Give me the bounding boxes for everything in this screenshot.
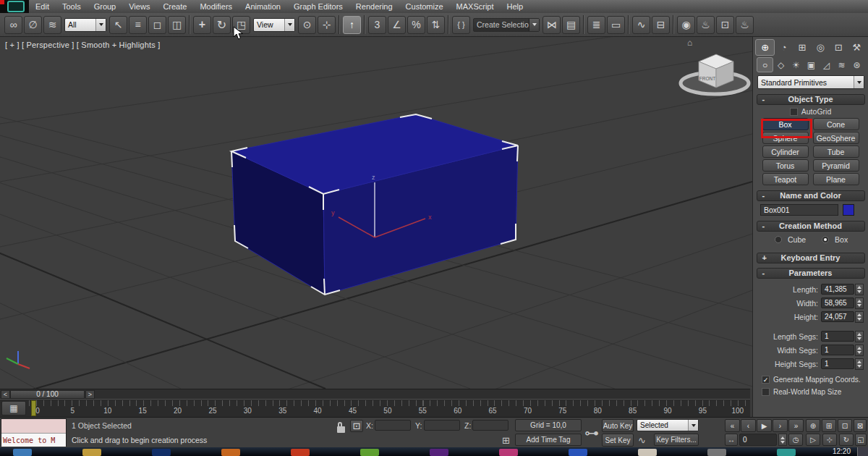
show-desktop-button[interactable] bbox=[857, 447, 868, 456]
taskbar-app-icon[interactable] bbox=[221, 449, 240, 456]
viewcube-front-label[interactable]: FRONT bbox=[699, 76, 715, 81]
edit-named-selection-sets-icon[interactable]: { } bbox=[452, 16, 470, 34]
dropdown-arrow-icon[interactable] bbox=[854, 76, 864, 88]
rendered-frame-window-icon[interactable]: ⊡ bbox=[716, 16, 734, 34]
menu-views[interactable]: Views bbox=[122, 1, 156, 13]
previous-frame-button[interactable]: < bbox=[1, 390, 10, 399]
height-spinner[interactable] bbox=[855, 311, 864, 323]
space-warps-category-icon[interactable]: ≋ bbox=[834, 58, 849, 72]
maximize-viewport-icon[interactable]: ◱ bbox=[855, 434, 867, 446]
utilities-tab-icon[interactable]: ⚒ bbox=[848, 40, 866, 55]
named-selection-set-dropdown[interactable]: Create Selection Se bbox=[473, 18, 540, 32]
parameters-rollout-header[interactable]: - Parameters bbox=[757, 268, 865, 279]
absolute-mode-icon[interactable]: ⊡ bbox=[350, 420, 363, 432]
viewport-label[interactable]: [ + ] [ Perspective ] [ Smooth + Highlig… bbox=[5, 41, 160, 49]
select-and-rotate-icon[interactable]: ↻ bbox=[213, 16, 231, 34]
spinner-snap-icon[interactable]: ⇅ bbox=[427, 16, 445, 34]
object-color-swatch[interactable] bbox=[843, 204, 854, 216]
generate-mapping-coords-checkbox[interactable]: ✓ bbox=[762, 376, 770, 384]
box-radio[interactable] bbox=[822, 236, 829, 243]
key-filters-button[interactable]: Key Filters... bbox=[654, 434, 699, 446]
length-segs-spinner[interactable] bbox=[855, 331, 864, 342]
height-input[interactable]: 24,057 bbox=[821, 311, 854, 322]
taskbar-app-icon[interactable] bbox=[499, 449, 518, 456]
taskbar-app-icon[interactable] bbox=[430, 449, 448, 456]
dropdown-arrow-icon[interactable] bbox=[95, 19, 106, 31]
selection-filter-dropdown[interactable]: All bbox=[64, 18, 106, 32]
schematic-view-icon[interactable]: ⊟ bbox=[652, 16, 670, 34]
taskbar-clock[interactable]: 12:20 bbox=[833, 447, 851, 455]
zoom-icon[interactable]: ⊕ bbox=[806, 419, 820, 432]
time-slider-handle[interactable]: 0 / 100 bbox=[10, 390, 85, 399]
go-to-start-icon[interactable]: « bbox=[725, 419, 740, 432]
set-key-button[interactable]: Set Key bbox=[602, 434, 634, 447]
torus-button[interactable]: Torus bbox=[762, 159, 809, 172]
taskbar-app-icon[interactable] bbox=[777, 449, 796, 456]
current-frame-input[interactable]: 0 bbox=[739, 434, 777, 446]
frame-spinner[interactable] bbox=[778, 434, 787, 446]
menu-customize[interactable]: Customize bbox=[399, 1, 450, 13]
menu-group[interactable]: Group bbox=[88, 1, 123, 13]
taskbar-app-icon[interactable] bbox=[569, 449, 587, 456]
add-time-tag-icon[interactable]: ⊞ bbox=[502, 435, 510, 446]
go-to-end-icon[interactable]: » bbox=[788, 419, 804, 432]
add-time-tag-button[interactable]: Add Time Tag bbox=[515, 434, 582, 446]
cameras-category-icon[interactable]: ▣ bbox=[804, 58, 819, 72]
taskbar-app-icon[interactable] bbox=[152, 449, 171, 456]
taskbar-app-icon[interactable] bbox=[707, 449, 726, 456]
menu-edit[interactable]: Edit bbox=[29, 1, 56, 13]
listener-output[interactable]: Welcome to M bbox=[1, 434, 66, 447]
render-production-icon[interactable]: ♨ bbox=[736, 16, 754, 34]
height-segs-spinner[interactable] bbox=[855, 358, 864, 370]
pyramid-button[interactable]: Pyramid bbox=[813, 159, 859, 172]
menu-modifiers[interactable]: Modifiers bbox=[193, 1, 239, 13]
modify-tab-icon[interactable]: ◔ bbox=[775, 40, 793, 55]
systems-category-icon[interactable]: ⊛ bbox=[849, 58, 864, 72]
mini-curve-editor-icon[interactable]: ▦ bbox=[1, 401, 26, 415]
next-frame-button[interactable]: > bbox=[85, 390, 95, 399]
zoom-all-icon[interactable]: ⊞ bbox=[822, 419, 836, 432]
percent-snap-icon[interactable]: % bbox=[407, 16, 425, 34]
rectangular-selection-region-icon[interactable]: ◻ bbox=[148, 16, 166, 34]
real-world-map-size-checkbox[interactable] bbox=[762, 388, 770, 396]
angle-snap-icon[interactable]: ∠ bbox=[388, 16, 406, 34]
creation-method-rollout-header[interactable]: - Creation Method bbox=[757, 221, 865, 232]
dropdown-arrow-icon[interactable] bbox=[529, 19, 539, 31]
viewcube[interactable]: FRONT bbox=[675, 51, 752, 101]
select-object-icon[interactable]: ↖ bbox=[109, 16, 127, 34]
use-pivot-point-center-icon[interactable]: ⊙ bbox=[298, 16, 316, 34]
time-configuration-icon[interactable]: ◷ bbox=[788, 434, 803, 446]
zoom-extents-all-icon[interactable]: ⊠ bbox=[854, 419, 867, 432]
menu-animation[interactable]: Animation bbox=[239, 1, 287, 13]
name-color-rollout-header[interactable]: - Name and Color bbox=[757, 190, 865, 201]
menu-rendering[interactable]: Rendering bbox=[349, 1, 399, 13]
graphite-modeling-tools-icon[interactable]: ▭ bbox=[607, 16, 625, 34]
viewport-canvas[interactable]: z y x bbox=[0, 37, 752, 389]
geosphere-button[interactable]: GeoSphere bbox=[813, 132, 859, 144]
shapes-category-icon[interactable]: ◇ bbox=[773, 58, 788, 72]
zoom-extents-icon[interactable]: ⊡ bbox=[838, 419, 852, 432]
width-segs-input[interactable]: 1 bbox=[821, 345, 854, 355]
auto-key-button[interactable]: Auto Key bbox=[602, 419, 634, 432]
default-tangent-curve-icon[interactable]: ∿ bbox=[638, 435, 646, 446]
cube-radio[interactable] bbox=[775, 236, 782, 243]
material-editor-icon[interactable]: ◉ bbox=[677, 16, 695, 34]
track-bar[interactable]: ▦ 05 1015 2025 3035 4045 5055 6065 7075 … bbox=[0, 399, 750, 417]
menu-create[interactable]: Create bbox=[156, 1, 193, 13]
bind-to-space-warp-icon[interactable]: ≋ bbox=[43, 16, 61, 34]
width-input[interactable]: 58,965 bbox=[821, 297, 854, 308]
manage-layers-icon[interactable]: ≣ bbox=[587, 16, 605, 34]
perspective-viewport[interactable]: z y x [ + ] [ Perspective ] [ Smooth + H… bbox=[0, 37, 752, 389]
object-name-input[interactable]: Box001 bbox=[760, 204, 838, 216]
mirror-icon[interactable]: ⋈ bbox=[542, 16, 561, 34]
width-spinner[interactable] bbox=[855, 297, 864, 309]
taskbar-app-icon[interactable] bbox=[291, 449, 310, 456]
keyboard-shortcut-override-icon[interactable]: ↑ bbox=[343, 16, 361, 34]
curve-editor-icon[interactable]: ∿ bbox=[632, 16, 650, 34]
field-of-view-icon[interactable]: ▷ bbox=[806, 434, 820, 446]
create-tab-icon[interactable]: ⊕ bbox=[755, 39, 775, 56]
tube-button[interactable]: Tube bbox=[813, 145, 859, 158]
taskbar-app-icon[interactable] bbox=[82, 449, 101, 456]
window-crossing-icon[interactable]: ◫ bbox=[168, 16, 186, 34]
keyboard-shortcut-key-icon[interactable]: ⊶ bbox=[584, 424, 599, 442]
